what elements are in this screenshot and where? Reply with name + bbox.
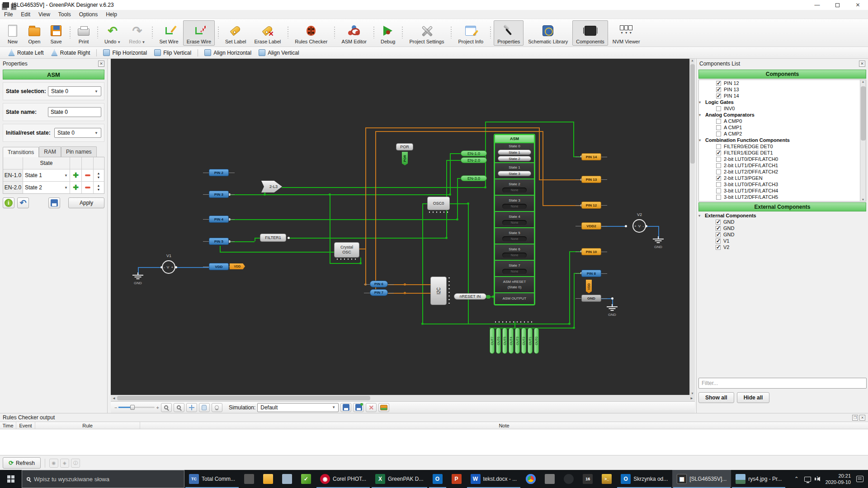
- transition-state-dropdown[interactable]: State 2▼: [23, 182, 70, 193]
- close-button[interactable]: ✕: [848, 0, 868, 10]
- zoom-fit-button[interactable]: [174, 403, 184, 412]
- checkbox-unchecked[interactable]: [716, 131, 721, 136]
- en3-label[interactable]: EN-3.0: [461, 175, 487, 181]
- external-gnd[interactable]: GND: [698, 231, 866, 238]
- tree-collapse-icon[interactable]: ▾: [699, 100, 703, 104]
- pin8-block[interactable]: PIN 8: [581, 270, 601, 277]
- component-pin-14[interactable]: PIN 14: [699, 93, 866, 99]
- erase-wire-button[interactable]: Erase Wire: [183, 20, 215, 46]
- chevron-down-icon[interactable]: ▼: [117, 40, 121, 44]
- out5-label[interactable]: OUT5: [502, 328, 507, 354]
- or-gate-2-l3[interactable]: 2-L3: [261, 181, 282, 192]
- checkbox-unchecked[interactable]: [716, 125, 721, 130]
- filter1-block[interactable]: FILTER1: [260, 234, 286, 242]
- tray-chevron-icon[interactable]: ⌃: [794, 476, 799, 482]
- component-filter1-edge-det1[interactable]: FILTER1/EDGE DET1: [699, 150, 866, 156]
- out4-label[interactable]: OUT4: [509, 328, 514, 354]
- checkbox-checked[interactable]: [716, 94, 721, 99]
- taskbar-item[interactable]: [278, 470, 297, 488]
- network-icon[interactable]: [804, 477, 811, 482]
- checkbox-unchecked[interactable]: [716, 188, 721, 193]
- pin4-block[interactable]: PIN 4: [209, 216, 229, 223]
- nvm-viewer-button[interactable]: ▾▾▾NVM Viewer: [609, 20, 644, 46]
- taskbar-item-total-comm-[interactable]: TCTotal Comm...: [184, 470, 240, 488]
- canvas-horizontal-scrollbar[interactable]: ◄►: [111, 395, 695, 401]
- remove-transition-button[interactable]: [82, 182, 94, 193]
- out1-label[interactable]: OUT1: [528, 328, 533, 354]
- redo-button[interactable]: ↷Redo▼: [125, 20, 149, 46]
- checkbox-unchecked[interactable]: [716, 157, 721, 162]
- menu-help[interactable]: Help: [102, 10, 121, 19]
- out7-label[interactable]: OUT7: [490, 328, 495, 354]
- component-a-cmp1[interactable]: A CMP1: [699, 124, 866, 131]
- save-button[interactable]: Save: [46, 20, 66, 46]
- pin12-block[interactable]: PIN 12: [581, 202, 601, 209]
- set-label-button[interactable]: Set Label: [222, 20, 250, 46]
- component-pin-12[interactable]: PIN 12: [699, 80, 866, 86]
- info-filter-button[interactable]: ⓘ: [71, 459, 80, 468]
- taskbar-item[interactable]: 16: [578, 470, 597, 488]
- checkbox-unchecked[interactable]: [716, 182, 721, 187]
- undo-button[interactable]: ↶Undo▼: [101, 20, 124, 46]
- v1-source[interactable]: - V +: [162, 260, 175, 274]
- component-3-bit-lut3-dff-latch6[interactable]: 3-bit LUT3/DFF/LATCH6: [699, 200, 866, 202]
- component-combination-function-components[interactable]: ▾Combination Function Components: [699, 137, 866, 143]
- out2-label[interactable]: OUT2: [521, 328, 526, 354]
- save-as-simulation-button[interactable]: [353, 403, 364, 412]
- menu-view[interactable]: View: [34, 10, 54, 19]
- component-filter0-edge-det0[interactable]: FILTER0/EDGE DET0: [699, 143, 866, 150]
- taskbar-search[interactable]: Wpisz tu wyszukiwane słowa: [22, 470, 184, 488]
- pin13-block[interactable]: PIN 13: [581, 176, 601, 183]
- taskbar-item[interactable]: ✓: [297, 470, 316, 488]
- chevron-down-icon[interactable]: ▼: [142, 40, 146, 44]
- menu-tools[interactable]: Tools: [54, 10, 75, 19]
- align-vertical-button[interactable]: Align Vertical: [255, 48, 302, 57]
- refresh-button[interactable]: ⟳ Refresh: [3, 457, 41, 469]
- properties-close-icon[interactable]: ✕: [98, 61, 104, 67]
- checkbox-unchecked[interactable]: [716, 119, 721, 124]
- taskbar-item[interactable]: O: [428, 470, 447, 488]
- zoom-100-button[interactable]: [161, 403, 172, 412]
- tree-collapse-icon[interactable]: ▾: [698, 214, 703, 218]
- erase-label-button[interactable]: ✕Erase Label: [251, 20, 285, 46]
- taskbar-item[interactable]: >_: [597, 470, 616, 488]
- transition-state-dropdown[interactable]: State 1▼: [23, 169, 70, 181]
- properties-button[interactable]: Properties: [494, 20, 524, 46]
- state-selection-dropdown[interactable]: State 0▼: [48, 86, 101, 96]
- taskbar-item[interactable]: [540, 470, 559, 488]
- asm-editor-button[interactable]: ASM Editor: [338, 20, 370, 46]
- gnd-block-block[interactable]: GND: [581, 295, 601, 302]
- taskbar-item-corel-phot-[interactable]: ◉Corel PHOT...: [316, 470, 371, 488]
- highlight-button[interactable]: [212, 403, 222, 412]
- en2-label[interactable]: EN-2.0: [461, 157, 487, 163]
- checkbox-checked[interactable]: [716, 81, 721, 86]
- taskbar-clock[interactable]: 20:21 2020-09-10: [826, 473, 851, 485]
- asm-state-button[interactable]: State 1: [498, 150, 531, 155]
- set-wire-button[interactable]: Set Wire: [156, 20, 182, 46]
- asm-state-button[interactable]: State 2: [498, 156, 531, 161]
- initial-reset-state-dropdown[interactable]: State 0▼: [54, 128, 101, 138]
- taskbar-item-rys4-jpg-pr-[interactable]: rys4.jpg - Pr...: [731, 470, 786, 488]
- component-3-bit-lut1-dff-latch4[interactable]: 3-bit LUT1/DFF/LATCH4: [699, 188, 866, 194]
- taskbar-item-greenpak-d-[interactable]: XGreenPAK D...: [371, 470, 428, 488]
- pin5-block[interactable]: PIN 5: [209, 238, 229, 245]
- menu-file[interactable]: File: [0, 10, 17, 19]
- pan-button[interactable]: [186, 403, 197, 412]
- menu-options[interactable]: Options: [75, 10, 102, 19]
- checkbox-checked[interactable]: [716, 220, 721, 225]
- rules-checker-button[interactable]: Rules Checker: [291, 20, 331, 46]
- state-name-input[interactable]: [48, 107, 101, 117]
- add-transition-button[interactable]: ✚: [70, 182, 82, 193]
- checkbox-unchecked[interactable]: [716, 106, 721, 111]
- pin3-block[interactable]: PIN 3: [209, 191, 229, 198]
- tab-transitions[interactable]: Transitions: [3, 147, 39, 157]
- pin14-block[interactable]: PIN 14: [581, 153, 601, 160]
- components-button[interactable]: Components: [572, 20, 608, 46]
- volume-icon[interactable]: [816, 477, 820, 481]
- delete-simulation-button[interactable]: ✕: [366, 403, 377, 412]
- external-external-components[interactable]: ▾External Components: [698, 212, 866, 219]
- component-2-bit-lut0-dff-latch0[interactable]: 2-bit LUT0/DFF/LATCH0: [699, 156, 866, 162]
- checkbox-checked[interactable]: [716, 226, 721, 231]
- hand-tool-button[interactable]: [199, 403, 210, 412]
- taskbar-item[interactable]: [521, 470, 540, 488]
